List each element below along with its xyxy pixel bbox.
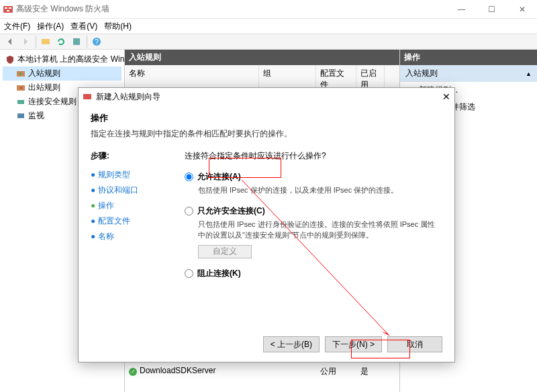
dialog-heading: 操作 [91, 112, 442, 124]
toolbar: ? [0, 34, 537, 50]
step-action[interactable]: 操作 [91, 198, 185, 213]
dialog-subtitle: 指定在连接与规则中指定的条件相匹配时要执行的操作。 [91, 128, 442, 140]
radio-block[interactable]: 阻止连接(K) [185, 268, 442, 279]
titlebar: 高级安全 Windows 防火墙 ― ☐ ✕ [0, 0, 537, 19]
firewall-icon [3, 4, 13, 15]
outbound-icon [16, 83, 26, 93]
svg-rect-11 [17, 113, 24, 118]
svg-rect-0 [3, 6, 13, 13]
refresh-icon[interactable] [54, 35, 68, 48]
dialog-title: 新建入站规则向导 [96, 91, 160, 103]
back-button[interactable]: < 上一步(B) [263, 336, 320, 352]
menu-file[interactable]: 文件(F) [4, 21, 30, 32]
svg-rect-5 [73, 38, 80, 45]
option-allow-desc: 包括使用 IPsec 保护的连接，以及未使用 IPsec 保护的连接。 [198, 185, 442, 196]
dialog-titlebar: 新建入站规则向导 ✕ [79, 88, 454, 105]
maximize-button[interactable]: ☐ [477, 0, 507, 19]
monitor-icon [16, 111, 26, 121]
minimize-button[interactable]: ― [446, 0, 477, 19]
dialog-footer: < 上一步(B) 下一步(N) > 取消 [263, 336, 442, 352]
steps-header: 步骤: [91, 150, 185, 162]
svg-rect-1 [5, 7, 7, 9]
wizard-steps: 步骤: 规则类型 协议和端口 操作 配置文件 名称 [91, 150, 185, 289]
radio-allow[interactable]: 允许连接(A) [185, 171, 442, 183]
help-icon[interactable]: ? [89, 35, 104, 48]
table-row[interactable]: ✓DownloadSDKServer 公用 是 [125, 364, 389, 379]
actions-section: 入站规则▲ [400, 65, 537, 82]
option-block: 阻止连接(K) [185, 268, 442, 279]
menu-help[interactable]: 帮助(H) [104, 21, 132, 32]
option-secure-desc: 只包括使用 IPsec 进行身份验证的连接。连接的安全性将依照 IPsec 属性… [198, 219, 442, 241]
firewall-icon [83, 92, 92, 101]
back-icon[interactable] [3, 35, 17, 48]
inbound-icon [16, 69, 26, 79]
dialog-close-icon[interactable]: ✕ [442, 91, 450, 102]
step-rule-type[interactable]: 规则类型 [91, 167, 185, 183]
cancel-button[interactable]: 取消 [387, 336, 442, 352]
menu-view[interactable]: 查看(V) [70, 21, 97, 32]
menu-action[interactable]: 操作(A) [37, 21, 64, 32]
step-name[interactable]: 名称 [91, 229, 185, 244]
step-protocol[interactable]: 协议和端口 [91, 183, 185, 198]
table-row-bottom: ✓DownloadSDKServer 公用 是 [125, 364, 389, 379]
svg-rect-4 [42, 39, 50, 44]
close-button[interactable]: ✕ [507, 0, 537, 19]
step-profile[interactable]: 配置文件 [91, 213, 185, 229]
svg-text:?: ? [95, 38, 99, 46]
wizard-content: 连接符合指定条件时应该进行什么操作? 允许连接(A) 包括使用 IPsec 保护… [185, 150, 442, 289]
tree-root[interactable]: 本地计算机 上的高级安全 Win [3, 52, 121, 66]
folder-icon[interactable] [38, 35, 53, 48]
svg-rect-2 [9, 7, 11, 9]
radio-secure[interactable]: 只允许安全连接(C) [185, 205, 442, 217]
svg-rect-3 [7, 10, 9, 11]
list-icon[interactable] [69, 35, 84, 48]
forward-icon[interactable] [18, 35, 33, 48]
actions-header: 操作 [400, 50, 537, 65]
next-button[interactable]: 下一步(N) > [325, 336, 382, 352]
wizard-dialog: 新建入站规则向导 ✕ 操作 指定在连接与规则中指定的条件相匹配时要执行的操作。 … [78, 87, 455, 362]
option-secure: 只允许安全连接(C) 只包括使用 IPsec 进行身份验证的连接。连接的安全性将… [185, 205, 442, 258]
menubar: 文件(F) 操作(A) 查看(V) 帮助(H) [0, 19, 537, 34]
svg-rect-10 [17, 100, 24, 104]
window-title: 高级安全 Windows 防火墙 [16, 3, 446, 15]
list-header: 入站规则 [125, 50, 399, 65]
check-icon: ✓ [129, 368, 137, 376]
shield-icon [5, 55, 15, 64]
customize-button: 自定义 [198, 245, 252, 258]
connsec-icon [16, 97, 26, 107]
svg-rect-14 [83, 94, 91, 99]
tree-inbound[interactable]: 入站规则 [3, 66, 121, 81]
content-prompt: 连接符合指定条件时应该进行什么操作? [185, 150, 442, 162]
option-allow: 允许连接(A) 包括使用 IPsec 保护的连接，以及未使用 IPsec 保护的… [185, 171, 442, 196]
